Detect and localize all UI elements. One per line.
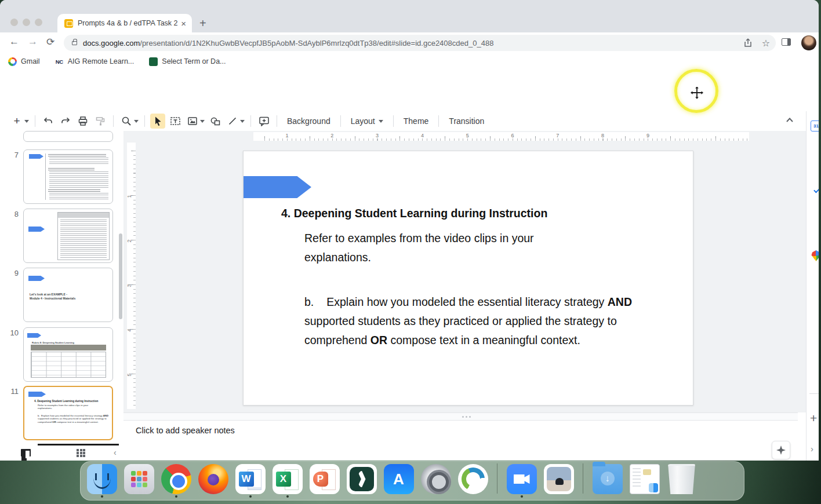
bookmark-star-icon[interactable]: ☆ xyxy=(762,38,770,49)
redo-button[interactable] xyxy=(58,114,73,129)
tab-close-icon[interactable]: × xyxy=(180,19,187,28)
background-button[interactable]: Background xyxy=(281,114,336,129)
slide-thumbnail-9[interactable]: Let's look at an EXAMPLE -Module 4 - Ins… xyxy=(23,268,113,322)
insert-shape-button[interactable] xyxy=(208,114,223,129)
dock-item-downloads[interactable] xyxy=(592,464,623,498)
maps-icon[interactable] xyxy=(811,250,819,261)
dock-item-photo[interactable] xyxy=(543,464,574,498)
dock-item-finder[interactable] xyxy=(86,464,117,498)
slide-thumbnail-7[interactable] xyxy=(23,149,113,204)
dock-item-excel[interactable] xyxy=(272,464,303,498)
share-page-icon[interactable] xyxy=(743,38,753,48)
filmstrip-footer: ‹ xyxy=(0,445,123,461)
dock-item-syspref[interactable] xyxy=(420,464,451,498)
insert-image-button[interactable] xyxy=(185,114,200,129)
explore-button[interactable] xyxy=(772,441,790,459)
minimize-window-button[interactable] xyxy=(23,19,30,26)
slide-title[interactable]: 4. Deepening Student Learning during Ins… xyxy=(281,207,547,220)
zoom-caret-icon[interactable] xyxy=(134,120,139,123)
line-caret-icon[interactable] xyxy=(240,120,245,123)
thumb-arrow-shape xyxy=(28,227,45,232)
dock-item-word[interactable] xyxy=(235,464,266,498)
get-addons-icon[interactable]: + xyxy=(810,411,817,425)
speaker-notes-area[interactable]: Click to add speaker notes xyxy=(123,421,798,461)
collapse-filmstrip-icon[interactable]: ‹ xyxy=(114,448,117,457)
running-indicator-dot xyxy=(101,495,103,498)
insert-comment-button[interactable] xyxy=(256,114,271,129)
filmstrip-scrollbar[interactable] xyxy=(119,233,122,319)
dock-item-chrome[interactable] xyxy=(161,464,191,498)
bookmark-item[interactable]: NCAIG Remote Learn... xyxy=(55,57,135,66)
collapse-toolbar-icon[interactable] xyxy=(784,114,795,126)
side-panel-toggle-icon[interactable]: › xyxy=(811,444,813,454)
dock-item-firefox[interactable] xyxy=(198,464,228,498)
image-caret-icon[interactable] xyxy=(200,120,205,123)
ruler-number: 4 xyxy=(126,328,132,331)
address-bar[interactable]: docs.google.com/presentation/d/1N2KhuGwb… xyxy=(64,35,776,51)
finder-icon xyxy=(87,464,117,494)
theme-button[interactable]: Theme xyxy=(398,114,435,129)
paint-format-button[interactable] xyxy=(93,114,108,129)
transition-button[interactable]: Transition xyxy=(443,114,490,129)
zoom-tool-button[interactable] xyxy=(119,114,134,129)
filmstrip-view-icon[interactable] xyxy=(21,449,31,456)
firefox-icon xyxy=(198,464,228,494)
new-slide-caret-icon[interactable] xyxy=(24,120,29,123)
slide-canvas[interactable]: 4. Deepening Student Learning during Ins… xyxy=(243,151,693,406)
new-tab-button[interactable]: + xyxy=(199,16,206,30)
bookmark-item[interactable]: Gmail xyxy=(8,57,40,66)
bookmark-item[interactable]: Select Term or Da... xyxy=(149,57,226,66)
layout-caret-icon xyxy=(379,120,383,123)
insert-line-button[interactable] xyxy=(225,114,240,129)
ruler-number: 6 xyxy=(511,133,514,138)
speaker-notes-placeholder[interactable]: Click to add speaker notes xyxy=(136,426,235,435)
slide-arrow-shape[interactable] xyxy=(244,176,311,198)
browser-tab[interactable]: Prompts 4a & b / edTPA Task 2 × xyxy=(57,14,192,32)
browser-profile-avatar[interactable] xyxy=(801,35,816,50)
browser-sidebar-icon[interactable] xyxy=(782,38,791,46)
slide-intro-text[interactable]: Refer to examples from the video clips i… xyxy=(304,229,584,267)
zoom-window-button[interactable] xyxy=(35,19,42,26)
dock-item-canvas[interactable] xyxy=(346,464,377,498)
text-box-button[interactable] xyxy=(168,114,183,129)
downloads-icon xyxy=(593,464,623,494)
dock-item-anyconnect[interactable] xyxy=(457,464,488,498)
slide-thumbnail-10[interactable]: Rubric 8: Deepening Student Learning xyxy=(23,327,113,382)
slide-body-text[interactable]: b.Explain how you modeled the essential … xyxy=(304,293,660,350)
calendar-icon[interactable]: 31 xyxy=(811,120,819,132)
dock-item-launchpad[interactable] xyxy=(123,464,154,498)
undo-button[interactable] xyxy=(41,114,56,129)
bookmark-label: AIG Remote Learn... xyxy=(68,57,135,65)
thumb-arrow-shape xyxy=(27,333,41,338)
slide-thumbnail-8[interactable] xyxy=(23,209,113,263)
dock-item-trash[interactable] xyxy=(666,464,697,498)
select-tool-button[interactable] xyxy=(150,114,165,129)
dock-item-powerpoint[interactable] xyxy=(309,464,340,498)
close-window-button[interactable] xyxy=(10,19,18,26)
reload-icon[interactable]: ⟳ xyxy=(46,36,55,48)
dock-item-zoom[interactable] xyxy=(506,464,537,498)
dock-item-appstore[interactable] xyxy=(383,464,414,498)
horizontal-ruler: 123456789 xyxy=(253,132,749,141)
splitter-handle-icon[interactable] xyxy=(462,416,471,418)
dock-divider xyxy=(583,463,583,494)
appstore-icon xyxy=(384,464,414,494)
zoom-icon xyxy=(507,464,537,494)
notes-splitter[interactable] xyxy=(123,412,798,421)
slide-thumbnail-11[interactable]: 4. Deepening Student Learning during Ins… xyxy=(23,386,113,440)
url-text: docs.google.com/presentation/d/1N2KhuGwb… xyxy=(83,39,734,48)
layout-button[interactable]: Layout xyxy=(345,114,389,129)
filmstrip-panel: 7 8 9 Let's look at an EXAMPLE -Module 4… xyxy=(0,131,123,461)
vertical-ruler: 12345 xyxy=(127,143,136,409)
slide-thumbnail[interactable] xyxy=(23,131,113,142)
dock-item-window[interactable] xyxy=(629,464,660,498)
forward-icon[interactable]: → xyxy=(28,36,38,48)
slide-number: 11 xyxy=(5,387,19,396)
tab-title: Prompts 4a & b / edTPA Task 2 xyxy=(78,19,180,27)
running-indicator-dot xyxy=(249,495,252,498)
ruler-number: 9 xyxy=(646,133,649,138)
print-button[interactable] xyxy=(75,114,90,129)
new-slide-button[interactable]: + xyxy=(9,114,24,129)
back-icon[interactable]: ← xyxy=(9,36,19,48)
grid-view-icon[interactable] xyxy=(77,449,85,456)
